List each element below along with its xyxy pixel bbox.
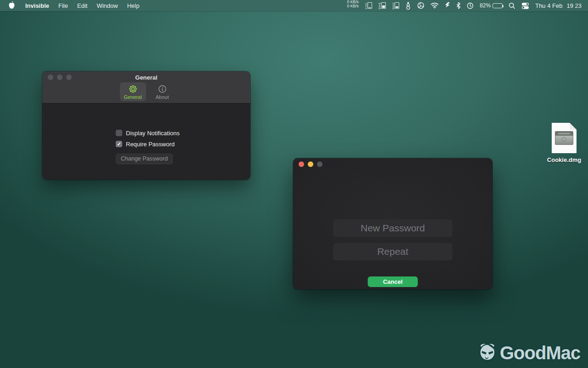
battery-icon <box>492 3 503 8</box>
cpu-meter-gauge <box>368 2 372 9</box>
ssd-meter-label: SSD <box>392 2 395 9</box>
mem-meter[interactable]: MEM <box>378 0 386 11</box>
cancel-button[interactable]: Cancel <box>368 276 418 287</box>
cpu-meter[interactable]: CPU <box>365 0 373 11</box>
menu-file[interactable]: File <box>54 0 73 11</box>
password-fields <box>293 219 492 260</box>
repeat-password-input[interactable] <box>333 243 452 260</box>
control-center-icon[interactable] <box>521 0 529 11</box>
password-window-titlebar[interactable] <box>293 158 492 170</box>
shutter-icon[interactable] <box>417 0 424 11</box>
dmg-file-icon <box>552 123 577 153</box>
menu-edit[interactable]: Edit <box>73 0 92 11</box>
cookie-dmg-desktop-icon[interactable]: Cookie.dmg <box>548 123 581 163</box>
mem-meter-gauge <box>381 2 386 9</box>
new-password-input[interactable] <box>333 219 452 237</box>
display-notifications-row: Display Notifications <box>116 129 180 137</box>
mem-meter-label: MEM <box>378 2 381 9</box>
require-password-label[interactable]: Require Password <box>126 141 175 148</box>
menu-help[interactable]: Help <box>123 0 144 11</box>
lightning-icon[interactable] <box>445 0 450 11</box>
password-traffic-lights <box>299 161 322 167</box>
battery-percentage: 82% <box>480 2 491 9</box>
gear-icon <box>128 84 138 94</box>
menu-bar: Invisible File Edit Window Help 0 KB/s 0… <box>0 0 588 11</box>
general-window-header[interactable]: General General About <box>42 71 250 104</box>
preferences-toolbar: General About <box>42 82 250 101</box>
general-preferences-window: General General About <box>42 71 250 180</box>
change-password-window: Cancel <box>293 158 492 289</box>
ssd-meter-gauge <box>395 2 399 9</box>
goodmac-watermark: GoodMac <box>477 341 580 364</box>
bluetooth-icon[interactable] <box>456 0 461 11</box>
general-window-content: Display Notifications ✓ Require Password… <box>42 104 250 180</box>
ssd-meter[interactable]: SSD <box>392 0 400 11</box>
display-notifications-checkbox[interactable] <box>116 130 122 136</box>
spotlight-icon[interactable] <box>509 0 515 11</box>
require-password-row: ✓ Require Password <box>116 140 175 148</box>
menubar-date: Thu 4 Feb <box>535 2 562 9</box>
goodmac-logo-text: GoodMac <box>500 344 580 362</box>
desktop: Invisible File Edit Window Help 0 KB/s 0… <box>0 0 588 368</box>
menu-app-name[interactable]: Invisible <box>21 0 54 11</box>
net-down-speed: 0 KB/s <box>347 4 359 8</box>
tab-general-label: General <box>124 94 142 100</box>
window-title: General <box>42 74 250 81</box>
wifi-icon[interactable] <box>430 0 439 11</box>
goodmac-mask-icon <box>477 341 498 364</box>
apple-menu[interactable] <box>0 0 21 11</box>
checkmark-icon: ✓ <box>117 142 121 147</box>
cpu-meter-label: CPU <box>365 2 368 9</box>
display-notifications-label[interactable]: Display Notifications <box>126 130 180 137</box>
time-machine-icon[interactable] <box>467 0 474 11</box>
tab-about[interactable]: About <box>152 82 173 101</box>
tab-about-label: About <box>156 94 169 100</box>
menu-window[interactable]: Window <box>92 0 122 11</box>
close-button[interactable] <box>299 161 304 167</box>
menubar-clock[interactable]: Thu 4 Feb 19 23 <box>535 0 582 11</box>
apple-icon <box>8 1 15 11</box>
desktop-icon-label: Cookie.dmg <box>547 156 581 163</box>
tab-general[interactable]: General <box>120 82 146 101</box>
page-fold <box>570 123 577 130</box>
general-window-titlebar[interactable]: General <box>42 71 250 83</box>
battery-indicator[interactable]: 82% <box>480 0 503 11</box>
require-password-checkbox[interactable]: ✓ <box>116 141 122 147</box>
menubar-time: 19 23 <box>566 2 582 9</box>
hard-drive-icon <box>555 131 573 145</box>
change-password-button[interactable]: Change Password <box>116 154 173 164</box>
info-icon <box>158 84 167 94</box>
zoom-button[interactable] <box>317 161 322 167</box>
network-speed-indicator[interactable]: 0 KB/s 0 KB/s <box>347 0 359 11</box>
invisible-status-icon[interactable] <box>405 0 411 11</box>
minimize-button[interactable] <box>308 161 313 167</box>
